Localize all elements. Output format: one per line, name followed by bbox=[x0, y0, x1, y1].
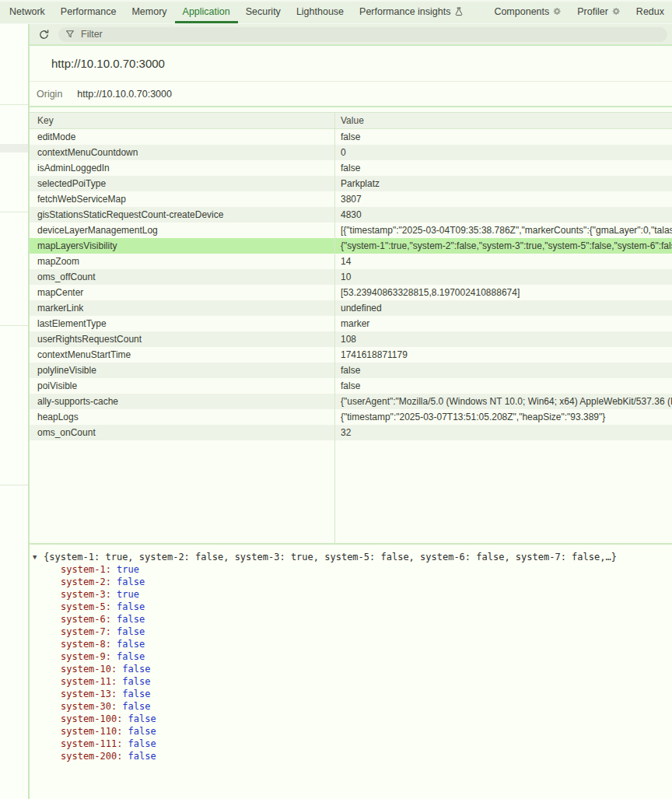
storage-value-cell: 1741618871179 bbox=[334, 349, 672, 360]
table-row[interactable]: ally-supports-cache {"userAgent":"Mozill… bbox=[30, 394, 672, 409]
preview-entry-value: false bbox=[117, 601, 145, 612]
origin-row: Origin http://10.10.0.70:3000 bbox=[30, 82, 672, 107]
table-row[interactable]: lastElementType marker bbox=[30, 316, 672, 331]
sidebar-divider bbox=[0, 212, 28, 212]
table-row[interactable]: polylineVisible false bbox=[30, 363, 672, 378]
table-row[interactable]: gisStationsStaticRequestCount-createDevi… bbox=[30, 207, 672, 223]
storage-key-cell: gisStationsStaticRequestCount-createDevi… bbox=[30, 209, 334, 220]
table-row[interactable]: mapLayersVisibility {"system-1":true,"sy… bbox=[30, 238, 672, 254]
storage-key-cell: oms_offCount bbox=[30, 272, 334, 282]
tab-application[interactable]: Application bbox=[175, 2, 238, 23]
refresh-button[interactable] bbox=[36, 26, 51, 42]
preview-entry: system-8:false bbox=[61, 638, 669, 650]
preview-entry: system-13:false bbox=[61, 688, 669, 700]
preview-entry-value: false bbox=[128, 738, 156, 749]
tab-components[interactable]: Components bbox=[486, 2, 569, 23]
tab-lighthouse[interactable]: Lighthouse bbox=[289, 2, 352, 23]
storage-value-cell: 108 bbox=[334, 334, 672, 345]
tab-performance[interactable]: Performance bbox=[53, 2, 124, 23]
tab-label: Lighthouse bbox=[296, 6, 344, 17]
table-row[interactable]: contextMenuStartTime 1741618871179 bbox=[30, 347, 672, 363]
storage-value-cell: {"timestamp":"2025-03-07T13:51:05.208Z",… bbox=[334, 412, 672, 422]
table-row[interactable]: oms_onCount 32 bbox=[30, 425, 672, 440]
storage-value-cell: false bbox=[334, 131, 672, 142]
table-row[interactable]: contextMenuCountdown 0 bbox=[30, 145, 672, 160]
preview-entry-value: true bbox=[117, 564, 139, 575]
preview-entry-key: system-2: bbox=[61, 576, 111, 587]
storage-items-table: Key Value editMode false contextMenuCoun… bbox=[30, 112, 672, 543]
sidebar-item-highlight[interactable] bbox=[0, 144, 28, 152]
sidebar-divider bbox=[0, 485, 28, 485]
storage-key-cell: userRightsRequestCount bbox=[30, 334, 334, 345]
preview-summary-row[interactable]: ▼{system-1: true, system-2: false, syste… bbox=[33, 551, 669, 563]
table-row[interactable]: heapLogs {"timestamp":"2025-03-07T13:51:… bbox=[30, 409, 672, 425]
key-column-header[interactable]: Key bbox=[30, 115, 334, 126]
tab-label: Memory bbox=[131, 6, 166, 17]
storage-sidebar-strip bbox=[0, 24, 30, 799]
tab-label: Application bbox=[183, 6, 230, 17]
tab-security[interactable]: Security bbox=[238, 2, 289, 23]
tab-memory[interactable]: Memory bbox=[124, 2, 174, 23]
preview-entry: system-11:false bbox=[61, 675, 669, 688]
preview-entry-key: system-5: bbox=[61, 601, 111, 612]
tab-label: Performance insights bbox=[359, 6, 450, 17]
storage-value-cell: 4830 bbox=[334, 209, 672, 220]
tab-profiler[interactable]: Profiler bbox=[569, 2, 628, 23]
preview-entry: system-110:false bbox=[61, 725, 669, 738]
devtools-tab-bar: Network Performance Memory Application S… bbox=[0, 0, 672, 24]
expand-triangle-icon[interactable]: ▼ bbox=[33, 551, 44, 563]
origin-value: http://10.10.0.70:3000 bbox=[77, 89, 172, 100]
table-row[interactable]: editMode false bbox=[30, 129, 672, 145]
table-row[interactable]: mapZoom 14 bbox=[30, 254, 672, 269]
tab-network[interactable]: Network bbox=[2, 2, 53, 23]
table-row[interactable]: markerLink undefined bbox=[30, 300, 672, 316]
filter-input[interactable] bbox=[79, 28, 660, 40]
table-row[interactable]: isAdminLoggedIn false bbox=[30, 160, 672, 176]
storage-value-cell: 0 bbox=[334, 147, 672, 158]
preview-entry-value: false bbox=[117, 626, 145, 637]
storage-value-cell: Parkplatz bbox=[334, 178, 672, 189]
value-column-header[interactable]: Value bbox=[334, 115, 672, 126]
table-row[interactable]: mapCenter [53.23940863328815,8.197002410… bbox=[30, 285, 672, 300]
table-row[interactable]: fetchWebServiceMap 3807 bbox=[30, 191, 672, 207]
application-panel: http://10.10.0.70:3000 Origin http://10.… bbox=[0, 24, 672, 799]
preview-entry-key: system-10: bbox=[61, 664, 117, 675]
preview-entry: system-30:false bbox=[61, 700, 669, 713]
storage-key-cell: fetchWebServiceMap bbox=[30, 194, 334, 205]
table-row[interactable]: userRightsRequestCount 108 bbox=[30, 331, 672, 347]
preview-entry: system-5:false bbox=[61, 601, 669, 613]
table-row[interactable]: selectedPoiType Parkplatz bbox=[30, 176, 672, 191]
tab-label: Redux bbox=[636, 6, 664, 17]
tab-performance-insights[interactable]: Performance insights bbox=[352, 2, 471, 23]
filter-funnel-icon bbox=[65, 30, 75, 39]
storage-key-cell: mapCenter bbox=[30, 287, 334, 298]
preview-entry-key: system-1: bbox=[61, 564, 111, 575]
sidebar-divider bbox=[0, 325, 28, 326]
storage-url-header: http://10.10.0.70:3000 bbox=[30, 46, 672, 82]
table-row[interactable]: poiVisible false bbox=[30, 378, 672, 394]
preview-summary-text: {system-1: true, system-2: false, system… bbox=[44, 552, 617, 562]
storage-key-cell: editMode bbox=[30, 131, 334, 142]
table-row[interactable]: oms_offCount 10 bbox=[30, 269, 672, 285]
preview-entry-key: system-3: bbox=[61, 589, 111, 600]
tab-label: Network bbox=[9, 6, 45, 17]
column-resize-handle[interactable] bbox=[334, 112, 335, 543]
preview-entry-key: system-30: bbox=[61, 701, 117, 712]
preview-entry-value: false bbox=[117, 576, 145, 587]
storage-key-cell: mapLayersVisibility bbox=[30, 240, 334, 251]
storage-value-cell: [{"timestamp":"2025-03-04T09:35:38.786Z"… bbox=[334, 225, 672, 236]
preview-entry-value: false bbox=[128, 713, 156, 724]
preview-entry: system-111:false bbox=[61, 738, 669, 750]
tab-redux[interactable]: Redux bbox=[628, 2, 672, 23]
preview-entry-key: system-6: bbox=[61, 614, 111, 625]
preview-entry-key: system-111: bbox=[61, 738, 122, 749]
storage-value-cell: marker bbox=[334, 318, 672, 329]
flask-icon bbox=[454, 7, 464, 16]
filter-box[interactable] bbox=[58, 27, 667, 42]
table-row[interactable]: deviceLayerManagementLog [{"timestamp":"… bbox=[30, 223, 672, 238]
table-empty-area[interactable] bbox=[30, 440, 672, 543]
storage-value-cell: 10 bbox=[334, 272, 672, 282]
storage-value-cell: 3807 bbox=[334, 194, 672, 205]
storage-value-cell: false bbox=[334, 365, 672, 376]
storage-key-cell: poiVisible bbox=[30, 380, 334, 391]
